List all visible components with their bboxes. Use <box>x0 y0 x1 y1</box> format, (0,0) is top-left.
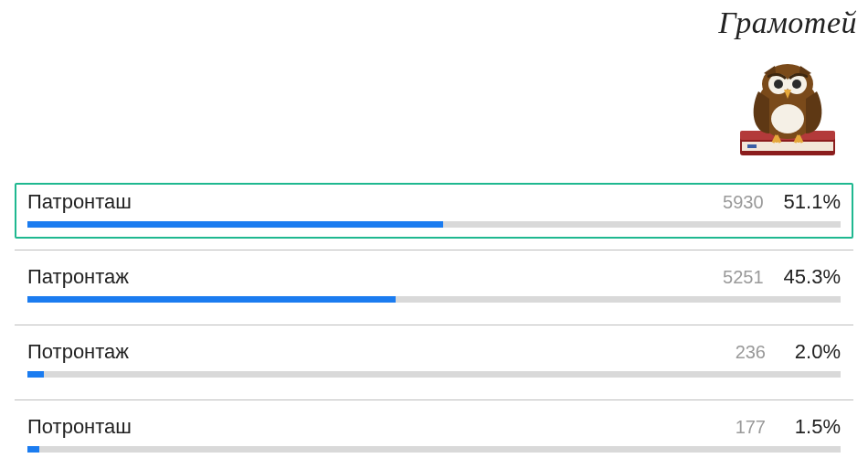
progress-fill <box>27 446 39 453</box>
poll-option-label: Потронтаж <box>27 340 129 364</box>
poll-option-count: 5930 <box>723 192 764 213</box>
poll-option[interactable]: Потронтаж 236 2.0% <box>15 333 853 389</box>
poll-option-percent: 45.3% <box>784 265 841 289</box>
progress-track <box>27 221 841 228</box>
poll-option[interactable]: Патронташ 5930 51.1% <box>15 183 853 239</box>
divider <box>15 250 853 250</box>
poll-option-inner: Потронтаж 236 2.0% <box>15 333 853 389</box>
poll-option[interactable]: Патронтаж 5251 45.3% <box>15 258 853 314</box>
poll-option-row: Потронтаж 236 2.0% <box>27 340 841 364</box>
poll-option-label: Патронтаж <box>27 265 129 289</box>
divider <box>15 325 853 325</box>
poll-option-label: Потронташ <box>27 415 132 439</box>
poll-option-count: 236 <box>736 342 766 363</box>
poll-option-inner: Патронтаж 5251 45.3% <box>15 258 853 314</box>
progress-track <box>27 296 841 303</box>
poll-option-percent: 1.5% <box>786 415 841 439</box>
poll-option-row: Патронташ 5930 51.1% <box>27 190 841 214</box>
poll-option-numbers: 236 2.0% <box>736 340 841 364</box>
svg-rect-3 <box>747 144 757 148</box>
svg-point-10 <box>792 80 801 89</box>
poll-option[interactable]: Потронташ 177 1.5% <box>15 408 853 458</box>
poll-option-inner: Потронташ 177 1.5% <box>15 408 853 458</box>
progress-track <box>27 371 841 378</box>
poll-results: Патронташ 5930 51.1% Патронтаж 5251 <box>15 183 853 458</box>
page: Грамотей <box>0 0 868 458</box>
poll-option-row: Патронтаж 5251 45.3% <box>27 265 841 289</box>
poll-option-numbers: 177 1.5% <box>736 415 841 439</box>
poll-option-percent: 51.1% <box>784 190 841 214</box>
svg-point-9 <box>774 80 783 89</box>
poll-option-count: 5251 <box>723 267 764 288</box>
brand-title: Грамотей <box>718 5 857 40</box>
poll-option-numbers: 5930 51.1% <box>723 190 841 214</box>
progress-track <box>27 446 841 453</box>
svg-point-5 <box>771 104 804 133</box>
brand: Грамотей <box>718 5 857 163</box>
poll-option-label: Патронташ <box>27 190 132 214</box>
poll-option-numbers: 5251 45.3% <box>723 265 841 289</box>
progress-fill <box>27 221 443 228</box>
progress-fill <box>27 296 396 303</box>
divider <box>15 399 853 400</box>
poll-option-count: 177 <box>736 417 766 438</box>
progress-fill <box>27 371 44 378</box>
poll-option-percent: 2.0% <box>786 340 841 364</box>
poll-option-inner: Патронташ 5930 51.1% <box>15 183 853 239</box>
owl-on-book-icon <box>718 44 857 163</box>
poll-option-row: Потронташ 177 1.5% <box>27 415 841 439</box>
